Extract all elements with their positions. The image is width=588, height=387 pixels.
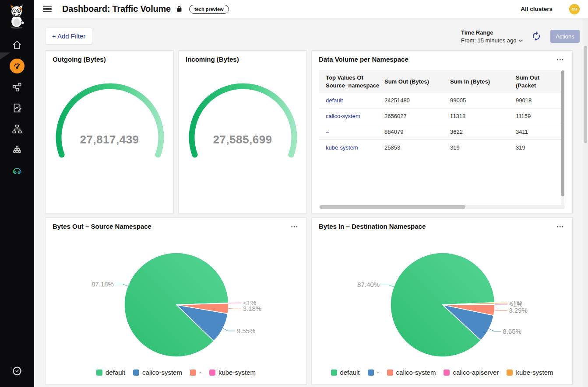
legend-swatch — [133, 370, 139, 376]
card-outgoing-bytes: Outgoing (Bytes) 27,817,439 — [45, 50, 174, 214]
table-vertical-scrollbar-thumb[interactable] — [561, 70, 564, 196]
legend-label: default — [106, 369, 125, 376]
sidebar-item-reports[interactable] — [0, 98, 34, 118]
namespace-link[interactable]: default — [326, 97, 343, 104]
pie-percent-label: 8.65% — [503, 328, 521, 335]
table-horizontal-scrollbar-thumb[interactable] — [320, 205, 465, 209]
page-scrollbar — [583, 18, 588, 387]
legend-item--[interactable]: - — [368, 369, 379, 376]
app-root: Dashboard: Traffic Volume tech preview A… — [0, 0, 588, 387]
namespace-link[interactable]: calico-system — [326, 113, 360, 119]
table-cell: 3622 — [443, 124, 509, 140]
card-title: Outgoing (Bytes) — [53, 56, 106, 63]
sidebar-item-traffic[interactable] — [0, 161, 34, 180]
legend-item-calico-system[interactable]: calico-system — [387, 369, 436, 376]
table-row: default242514809900599018 — [319, 93, 563, 108]
column-header: Sum Out (Bytes) — [377, 70, 443, 93]
legend-label: kube-system — [516, 369, 553, 376]
pie-label-line — [494, 310, 507, 310]
card-bytes-out-pie: Bytes Out – Source Namespace <1%3.18%9.5… — [45, 217, 307, 384]
card-title: Bytes In – Destination Namespace — [319, 223, 426, 230]
pie-label-line — [229, 308, 241, 309]
namespace-link[interactable]: – — [326, 129, 329, 135]
dashboard-gauge-icon — [13, 62, 21, 70]
sitemap-icon — [11, 123, 23, 135]
refresh-button[interactable] — [531, 31, 542, 42]
legend-swatch — [444, 370, 450, 376]
home-icon — [11, 39, 23, 51]
menu-icon[interactable] — [43, 6, 52, 12]
table-cell: 884079 — [377, 124, 443, 140]
legend-label: kube-system — [218, 369, 256, 376]
table-cell: 319 — [443, 140, 509, 156]
legend-swatch — [209, 370, 215, 376]
sidebar-item-home[interactable] — [0, 35, 34, 55]
pie-percent-label: 3.29% — [509, 307, 528, 314]
legend-swatch — [387, 370, 393, 376]
table-vertical-scrollbar — [561, 70, 564, 206]
actions-button[interactable]: Actions — [550, 30, 580, 43]
card-title: Data Volume per Namespace — [319, 56, 408, 63]
time-range-label: Time Range — [461, 29, 523, 36]
pie-percent-label: 87.40% — [357, 281, 380, 288]
verified-badge-icon — [12, 366, 22, 376]
column-header: Sum In (Bytes) — [443, 70, 509, 93]
chart-legend: defaultcalico-system-kube-system — [46, 369, 306, 376]
card-title: Incoming (Bytes) — [186, 56, 239, 63]
legend-item-kube-system[interactable]: kube-system — [507, 369, 553, 376]
table-cell: 11318 — [443, 108, 509, 124]
cluster-selector[interactable]: All clusters — [521, 6, 553, 12]
table-row: calico-system26560271131811159 — [319, 108, 563, 124]
legend-swatch — [190, 370, 196, 376]
table-row: –88407936223411 — [319, 124, 563, 140]
table-row: kube-system25853319319 — [319, 140, 563, 156]
sidebar-item-dashboards[interactable] — [0, 56, 34, 76]
gauge-value: 27,585,699 — [179, 133, 306, 146]
more-menu-icon[interactable] — [555, 221, 566, 231]
namespace-link[interactable]: kube-system — [326, 144, 358, 151]
page-scrollbar-thumb[interactable] — [584, 46, 587, 143]
card-data-volume-table: Data Volume per Namespace Top Values Of … — [311, 50, 573, 214]
legend-item-calico-apiserver[interactable]: calico-apiserver — [444, 369, 499, 376]
legend-item-default[interactable]: default — [96, 369, 125, 376]
lock-icon — [176, 5, 183, 13]
sidebar-item-service-graph[interactable] — [0, 77, 34, 97]
calico-logo[interactable] — [7, 3, 26, 31]
card-bytes-in-pie: Bytes In – Destination Namespace <1%<1%3… — [311, 217, 573, 384]
pie-percent-label: 9.55% — [237, 327, 256, 335]
legend-label: calico-system — [142, 369, 182, 376]
column-header: Top Values Of Source_namespace — [319, 70, 377, 93]
table-cell: 319 — [509, 140, 563, 156]
car-icon — [11, 165, 23, 176]
table-horizontal-scrollbar — [319, 205, 565, 209]
sidebar-item-topology[interactable] — [0, 119, 34, 139]
page-title: Dashboard: Traffic Volume — [62, 4, 171, 14]
legend-label: calico-apiserver — [453, 369, 499, 376]
bytes-in-pie-chart: <1%<1%3.29%8.65%87.40% — [312, 231, 573, 371]
pie-percent-label: 87.18% — [92, 280, 114, 288]
add-filter-button[interactable]: + Add Filter — [45, 28, 92, 45]
table-cell: 11159 — [509, 108, 563, 124]
legend-item--[interactable]: - — [190, 369, 201, 376]
refresh-icon — [531, 31, 542, 42]
table-cell: 2656027 — [377, 108, 443, 124]
sidebar-item-compliance[interactable] — [0, 361, 34, 380]
cluster-nodes-icon — [11, 144, 23, 156]
legend-swatch — [96, 370, 102, 376]
legend-item-kube-system[interactable]: kube-system — [209, 369, 256, 376]
legend-item-default[interactable]: default — [331, 369, 360, 376]
legend-label: - — [377, 369, 379, 376]
time-range-value: From: 15 minutes ago — [461, 37, 516, 44]
legend-item-calico-system[interactable]: calico-system — [133, 369, 182, 376]
time-range-dropdown[interactable]: Time Range From: 15 minutes ago — [461, 29, 523, 44]
more-menu-icon[interactable] — [289, 221, 300, 231]
user-avatar[interactable]: CH — [569, 4, 580, 14]
legend-label: - — [199, 369, 201, 376]
chart-legend: default-calico-systemcalico-apiserverkub… — [312, 369, 572, 376]
tech-preview-badge: tech preview — [189, 5, 229, 14]
legend-swatch — [507, 370, 513, 376]
table-cell: 3411 — [509, 124, 563, 140]
more-menu-icon[interactable] — [555, 54, 566, 64]
sidebar-item-clusters[interactable] — [0, 140, 34, 160]
table-cell: 24251480 — [377, 93, 443, 108]
